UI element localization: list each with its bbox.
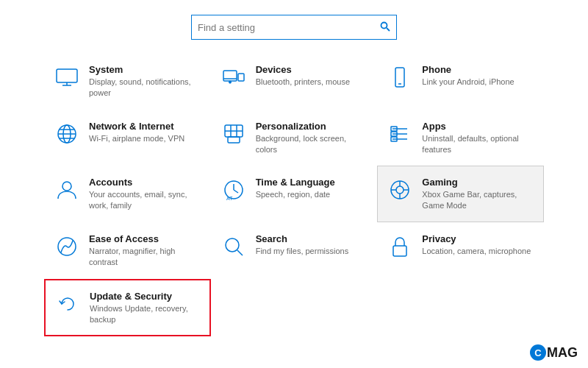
item-desc-gaming: Xbox Game Bar, captures, Game Mode — [422, 189, 534, 211]
search-icon — [380, 21, 390, 34]
svg-point-39 — [226, 238, 239, 252]
svg-rect-6 — [238, 74, 244, 81]
search-bar[interactable] — [191, 15, 397, 40]
item-title-gaming: Gaming — [422, 177, 534, 188]
svg-rect-41 — [393, 246, 406, 256]
settings-item-network[interactable]: Network & Internet Wi-Fi, airplane mode,… — [44, 110, 211, 166]
person-icon — [54, 177, 80, 203]
brush-icon — [220, 121, 247, 147]
svg-line-1 — [387, 28, 390, 31]
cmag-text: MAG — [547, 345, 578, 361]
item-desc-time: Speech, region, date — [256, 189, 335, 200]
search-input[interactable] — [198, 22, 380, 33]
item-title-privacy: Privacy — [422, 233, 531, 244]
settings-item-phone[interactable]: Phone Link your Android, iPhone — [377, 53, 544, 110]
settings-item-search[interactable]: Search Find my files, permissions — [211, 222, 378, 279]
settings-item-time[interactable]: AT Time & Language Speech, region, date — [211, 166, 378, 222]
item-title-network: Network & Internet — [89, 121, 184, 132]
item-title-time: Time & Language — [256, 177, 335, 188]
svg-point-27 — [62, 182, 71, 191]
svg-line-30 — [234, 190, 238, 193]
item-desc-personalization: Background, lock screen, colors — [256, 133, 368, 155]
svg-text:AT: AT — [226, 196, 233, 201]
svg-point-8 — [229, 81, 230, 82]
search-icon — [220, 233, 247, 260]
item-desc-update: Windows Update, recovery, backup — [90, 303, 201, 325]
apps-icon — [387, 121, 413, 147]
monitor-icon — [54, 64, 80, 91]
item-desc-devices: Bluetooth, printers, mouse — [256, 77, 350, 88]
settings-item-accounts[interactable]: Accounts Your accounts, email, sync, wor… — [44, 166, 211, 222]
settings-item-apps[interactable]: Apps Uninstall, defaults, optional featu… — [377, 110, 544, 166]
globe-icon — [54, 121, 80, 147]
item-desc-phone: Link your Android, iPhone — [422, 77, 514, 88]
svg-rect-2 — [57, 69, 77, 82]
item-title-ease: Ease of Access — [89, 233, 201, 244]
item-desc-accounts: Your accounts, email, sync, work, family — [89, 189, 201, 211]
item-desc-search: Find my files, permissions — [256, 246, 349, 257]
item-title-search: Search — [256, 233, 349, 244]
item-title-accounts: Accounts — [89, 177, 201, 188]
item-title-personalization: Personalization — [256, 121, 368, 132]
settings-item-ease[interactable]: Ease of Access Narrator, magnifier, high… — [44, 222, 211, 279]
svg-point-33 — [396, 186, 404, 194]
svg-rect-20 — [228, 137, 240, 143]
settings-item-gaming[interactable]: Gaming Xbox Game Bar, captures, Game Mod… — [377, 166, 544, 222]
settings-grid: System Display, sound, notifications, po… — [0, 53, 588, 336]
settings-item-privacy[interactable]: Privacy Location, camera, microphone — [377, 222, 544, 279]
item-desc-privacy: Location, camera, microphone — [422, 246, 531, 257]
item-title-system: System — [89, 64, 201, 75]
ease-icon — [54, 233, 80, 260]
update-icon — [54, 291, 81, 317]
phone-icon — [387, 64, 413, 91]
clock-icon: AT — [220, 177, 247, 203]
item-title-update: Update & Security — [90, 291, 201, 302]
settings-item-personalization[interactable]: Personalization Background, lock screen,… — [211, 110, 378, 166]
svg-line-40 — [237, 250, 243, 255]
devices-icon — [220, 64, 247, 91]
settings-item-system[interactable]: System Display, sound, notifications, po… — [44, 53, 211, 110]
settings-item-devices[interactable]: Devices Bluetooth, printers, mouse — [211, 53, 378, 110]
cmag-logo: C MAG — [530, 344, 578, 361]
item-desc-network: Wi-Fi, airplane mode, VPN — [89, 133, 184, 144]
cmag-c: C — [530, 344, 546, 361]
gaming-icon — [387, 177, 413, 203]
item-desc-ease: Narrator, magnifier, high contrast — [89, 246, 201, 268]
svg-point-0 — [381, 22, 387, 28]
svg-rect-5 — [223, 71, 237, 81]
item-title-phone: Phone — [422, 64, 514, 75]
settings-item-update[interactable]: Update & Security Windows Update, recove… — [44, 279, 211, 337]
item-desc-apps: Uninstall, defaults, optional features — [422, 133, 534, 155]
item-title-apps: Apps — [422, 121, 534, 132]
lock-icon — [387, 233, 413, 260]
item-desc-system: Display, sound, notifications, power — [89, 77, 201, 99]
item-title-devices: Devices — [256, 64, 350, 75]
